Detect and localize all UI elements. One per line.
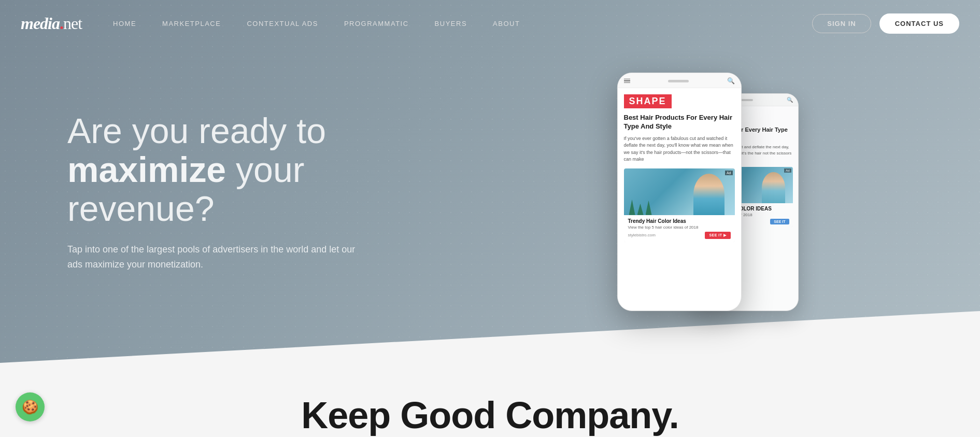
hero-headline: Are you ready to maximize your revenue? <box>67 111 430 228</box>
phone-ad-block: Ad Trendy Hair Color Ideas View the top … <box>624 168 735 242</box>
phone-main-body: SHAPE Best Hair Products For Every Hair … <box>618 88 741 248</box>
search-icon: 🔍 <box>727 77 735 84</box>
ad-footer: stylebistro.com SEE IT ▶ <box>628 232 731 239</box>
ad-person-2 <box>762 172 785 203</box>
hero-headline-bold: maximize <box>67 150 226 189</box>
nav-links: HOME MARKETPLACE CONTEXTUAL ADS PROGRAMM… <box>113 20 812 27</box>
phone-article-text: If you've ever gotten a fabulous cut and… <box>624 135 735 163</box>
ad-person <box>693 174 725 215</box>
bottom-section: Keep Good Company. <box>0 363 980 437</box>
contact-us-button[interactable]: CONTACT US <box>879 13 959 34</box>
phone-container: 🔍 SHAPE Best Hair Products For Every Hai… <box>612 73 747 321</box>
phone-main: 🔍 SHAPE Best Hair Products For Every Hai… <box>617 73 742 311</box>
hero-text: Are you ready to maximize your revenue? … <box>67 111 430 272</box>
hamburger-icon <box>624 79 630 83</box>
ad-cta-button-2[interactable]: SEE IT <box>770 219 789 224</box>
nav-programmatic[interactable]: PROGRAMMATIC <box>344 20 409 27</box>
ad-domain: stylebistro.com <box>628 233 656 237</box>
hero-content: Are you ready to maximize your revenue? … <box>0 0 980 363</box>
logo-text: media.net <box>21 14 82 33</box>
hero-section: Are you ready to maximize your revenue? … <box>0 0 980 363</box>
nav-contextual-ads[interactable]: CONTEXTUAL ADS <box>247 20 318 27</box>
nav-marketplace[interactable]: MARKETPLACE <box>162 20 221 27</box>
ad-title: Trendy Hair Color Ideas <box>628 218 731 224</box>
ad-content: Trendy Hair Color Ideas View the top 5 h… <box>624 215 735 242</box>
ad-cta-button[interactable]: SEE IT ▶ <box>705 232 730 239</box>
ad-badge: Ad <box>725 171 733 175</box>
sign-in-button[interactable]: SIGN IN <box>812 14 871 33</box>
ad-badge-2: Ad <box>784 168 791 173</box>
ad-desc: View the top 5 hair color ideas of 2018 <box>628 225 731 230</box>
ad-tree-2 <box>637 204 644 215</box>
search-icon-2: 🔍 <box>787 97 793 103</box>
cookie-badge[interactable]: 🍪 <box>16 392 45 421</box>
ad-trees <box>629 200 652 215</box>
ad-image: Ad <box>624 168 735 215</box>
nav-home[interactable]: HOME <box>113 20 136 27</box>
navbar: media.net HOME MARKETPLACE CONTEXTUAL AD… <box>0 0 980 47</box>
phone-article-title: Best Hair Products For Every Hair Type A… <box>624 114 735 131</box>
hero-headline-line1: Are you ready to <box>67 111 326 150</box>
ad-tree-1 <box>629 200 635 215</box>
nav-buyers[interactable]: BUYERS <box>435 20 467 27</box>
phone-main-header: 🔍 <box>618 73 741 88</box>
shape-logo: SHAPE <box>624 94 672 108</box>
hero-mockup: 🔍 SHAPE Best Hair Products For Every Hai… <box>430 62 928 321</box>
cookie-icon: 🍪 <box>22 399 38 415</box>
nav-about[interactable]: ABOUT <box>493 20 520 27</box>
ad-tree-3 <box>646 201 652 215</box>
phone-speaker <box>668 80 689 82</box>
keep-good-company-heading: Keep Good Company. <box>0 394 980 436</box>
nav-actions: SIGN IN CONTACT US <box>812 13 959 34</box>
logo[interactable]: media.net <box>21 14 82 33</box>
hero-subtext: Tap into one of the largest pools of adv… <box>67 242 358 272</box>
